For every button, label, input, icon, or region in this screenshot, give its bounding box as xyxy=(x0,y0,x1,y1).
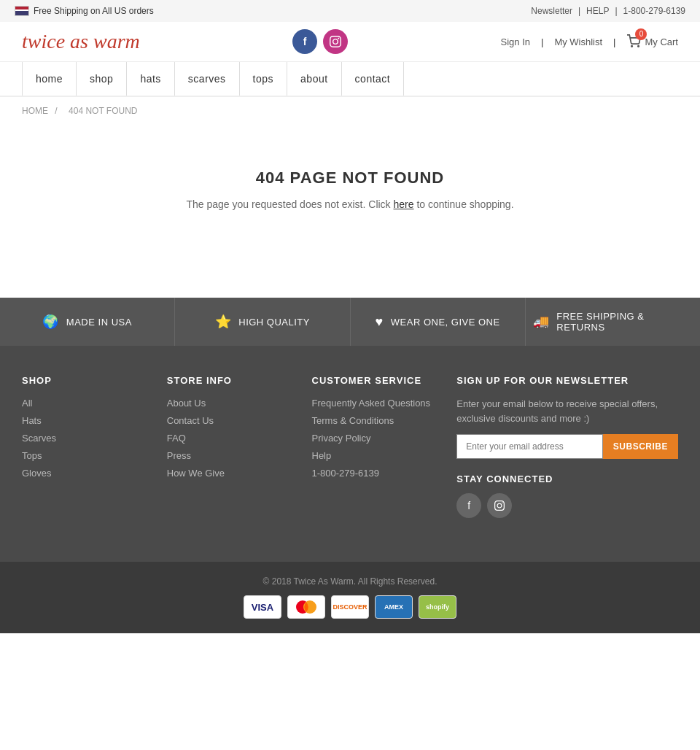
facebook-icon[interactable]: f xyxy=(292,29,317,54)
email-input[interactable] xyxy=(456,434,603,459)
list-item: Privacy Policy xyxy=(312,432,435,444)
high-quality-icon: ⭐ xyxy=(215,314,232,330)
features-bar: 🌍MADE IN USA⭐HIGH QUALITY♥WEAR ONE, GIVE… xyxy=(0,298,700,346)
footer-store-col: STORE INFO About UsContact UsFAQPressHow… xyxy=(167,375,290,518)
made-in-usa: 🌍MADE IN USA xyxy=(0,298,175,346)
footer-newsletter-col: SIGN UP FOR OUR NEWSLETTER Enter your em… xyxy=(456,375,678,518)
shipping-text: Free Shipping on All US orders xyxy=(34,6,154,16)
footer-bottom: © 2018 Twice As Warm. All Rights Reserve… xyxy=(0,562,700,633)
footer-shop-link-scarves[interactable]: Scarves xyxy=(22,433,56,444)
nav-item-tops[interactable]: tops xyxy=(240,62,287,96)
instagram-icon[interactable] xyxy=(323,29,348,54)
footer-grid: SHOP AllHatsScarvesTopsGloves STORE INFO… xyxy=(22,375,678,518)
footer-instagram-icon[interactable] xyxy=(487,493,512,518)
nav-item-about[interactable]: about xyxy=(287,62,342,96)
footer-service-link[interactable]: 1-800-279-6139 xyxy=(312,468,380,479)
footer-store-title: STORE INFO xyxy=(167,375,290,386)
breadcrumb-separator: / xyxy=(55,106,57,116)
high-quality: ⭐HIGH QUALITY xyxy=(175,298,350,346)
phone-link[interactable]: 1-800-279-6139 xyxy=(623,6,685,16)
footer-social-links: f xyxy=(456,493,678,518)
footer-newsletter-title: SIGN UP FOR OUR NEWSLETTER xyxy=(456,375,678,386)
footer-shop-link-hats[interactable]: Hats xyxy=(22,415,42,426)
footer-facebook-icon[interactable]: f xyxy=(456,493,481,518)
nav-item-home[interactable]: home xyxy=(22,62,77,96)
stay-connected-title: STAY CONNECTED xyxy=(456,473,678,484)
breadcrumb-home[interactable]: HOME xyxy=(22,106,48,116)
nav-item-contact[interactable]: contact xyxy=(342,62,405,96)
list-item: Frequently Asked Questions xyxy=(312,397,435,409)
svg-point-0 xyxy=(631,45,633,47)
footer-shop-col: SHOP AllHatsScarvesTopsGloves xyxy=(22,375,145,518)
visa-payment-icon: VISA xyxy=(244,595,281,619)
error-message: The page you requested does not exist. C… xyxy=(15,198,685,210)
footer-service-link[interactable]: Terms & Conditions xyxy=(312,415,394,426)
error-title: 404 PAGE NOT FOUND xyxy=(15,169,685,188)
cart-badge: 0 xyxy=(635,28,647,40)
free-shipping-icon: 🚚 xyxy=(533,314,550,330)
list-item: Press xyxy=(167,449,290,461)
header: twice as warm f Sign In | My Wishlist | … xyxy=(0,22,700,62)
high-quality-label: HIGH QUALITY xyxy=(238,317,310,328)
list-item: Help xyxy=(312,449,435,461)
continue-shopping-link[interactable]: here xyxy=(394,198,414,210)
nav-item-hats[interactable]: hats xyxy=(127,62,174,96)
wear-one-give-one-label: WEAR ONE, GIVE ONE xyxy=(391,317,500,328)
footer-store-link[interactable]: Contact Us xyxy=(167,415,214,426)
help-link[interactable]: HELP xyxy=(586,6,609,16)
list-item: About Us xyxy=(167,397,290,409)
logo[interactable]: twice as warm xyxy=(22,30,140,53)
newsletter-link[interactable]: Newsletter xyxy=(531,6,572,16)
nav-item-shop[interactable]: shop xyxy=(77,62,127,96)
svg-point-1 xyxy=(638,45,639,47)
mastercard-payment-icon xyxy=(287,595,325,619)
list-item: How We Give xyxy=(167,467,290,479)
cart-label: My Cart xyxy=(645,36,678,47)
wear-one-give-one-icon: ♥ xyxy=(376,314,384,330)
list-item: All xyxy=(22,397,145,409)
top-bar: Free Shipping on All US orders Newslette… xyxy=(0,0,700,22)
newsletter-form: SUBSCRIBE xyxy=(456,434,678,459)
newsletter-description: Enter your email below to receive specia… xyxy=(456,397,678,425)
list-item: FAQ xyxy=(167,432,290,444)
payment-icons: VISA DISCOVER AMEX shopify xyxy=(15,595,685,619)
breadcrumb: HOME / 404 NOT FOUND xyxy=(0,97,700,125)
free-shipping-label: FREE SHIPPING & RETURNS xyxy=(556,311,693,333)
list-item: 1-800-279-6139 xyxy=(312,467,435,479)
footer-shop-link-tops[interactable]: Tops xyxy=(22,450,42,461)
footer-store-list: About UsContact UsFAQPressHow We Give xyxy=(167,397,290,479)
footer-store-link[interactable]: About Us xyxy=(167,398,206,409)
main-nav: homeshophatsscarvestopsaboutcontact xyxy=(0,62,700,97)
main-content: 404 PAGE NOT FOUND The page you requeste… xyxy=(0,125,700,298)
subscribe-button[interactable]: SUBSCRIBE xyxy=(603,434,678,459)
footer-service-link[interactable]: Frequently Asked Questions xyxy=(312,398,431,409)
free-shipping: 🚚FREE SHIPPING & RETURNS xyxy=(526,298,700,346)
error-msg-post: to continue shopping. xyxy=(416,198,513,210)
amex-payment-icon: AMEX xyxy=(375,595,413,619)
footer-service-list: Frequently Asked QuestionsTerms & Condit… xyxy=(312,397,435,479)
cart-button[interactable]: 0 My Cart xyxy=(626,34,678,50)
footer-store-link[interactable]: FAQ xyxy=(167,433,186,444)
cart-icon-wrap: 0 xyxy=(626,34,641,50)
footer-service-link[interactable]: Privacy Policy xyxy=(312,433,371,444)
footer-store-link[interactable]: How We Give xyxy=(167,468,225,479)
footer-shop-list: AllHatsScarvesTopsGloves xyxy=(22,397,145,479)
list-item: Tops xyxy=(22,449,145,461)
shopify-payment-icon: shopify xyxy=(419,595,456,619)
made-in-usa-icon: 🌍 xyxy=(42,314,59,330)
nav-item-scarves[interactable]: scarves xyxy=(175,62,240,96)
copyright: © 2018 Twice As Warm. All Rights Reserve… xyxy=(263,576,438,587)
footer: SHOP AllHatsScarvesTopsGloves STORE INFO… xyxy=(0,346,700,562)
header-social-icons: f xyxy=(292,29,348,54)
wishlist-link[interactable]: My Wishlist xyxy=(554,36,602,47)
footer-shop-link-gloves[interactable]: Gloves xyxy=(22,468,51,479)
list-item: Scarves xyxy=(22,432,145,444)
error-msg-pre: The page you requested does not exist. C… xyxy=(186,198,390,210)
list-item: Hats xyxy=(22,414,145,426)
footer-shop-link-all[interactable]: All xyxy=(22,398,32,409)
list-item: Gloves xyxy=(22,467,145,479)
footer-store-link[interactable]: Press xyxy=(167,450,191,461)
list-item: Contact Us xyxy=(167,414,290,426)
signin-link[interactable]: Sign In xyxy=(501,36,530,47)
footer-service-link[interactable]: Help xyxy=(312,450,332,461)
